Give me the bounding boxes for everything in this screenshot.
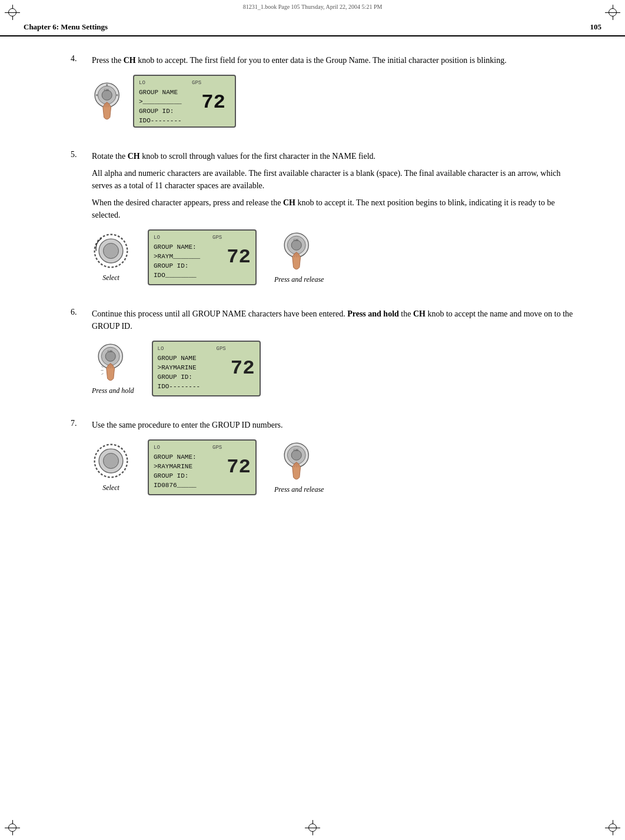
step5-text2: knob to scroll through values for the fi… — [140, 152, 375, 161]
press-release-label-2: Press and release — [274, 484, 324, 495]
lcd2-line4: IDO________ — [154, 271, 222, 281]
step6-illustration: CH Press and hold — [92, 341, 578, 396]
step5-select-knob: Select — [92, 232, 130, 283]
step6-text2: the — [399, 309, 413, 318]
lcd4-line1: GROUP NAME: — [154, 453, 222, 462]
lcd1-line2: >__________ — [139, 98, 201, 107]
lcd4-line3: GROUP ID: — [154, 472, 222, 481]
step-6-number: 6. — [71, 308, 92, 402]
lcd2-line1: GROUP NAME: — [154, 243, 222, 252]
lcd3-line4: IDO-------- — [158, 382, 226, 392]
page-number: 105 — [590, 22, 602, 32]
lcd-display-2: LO GPS GROUP NAME: >RAYM_______ GROUP ID… — [148, 229, 257, 285]
lcd1-lo: LO — [139, 79, 145, 87]
bottom-center-crosshair — [305, 820, 320, 835]
press-hand-icon: CH — [92, 81, 127, 122]
step5-bold2: CH — [283, 198, 295, 207]
step4-illustration: CH — [92, 75, 578, 128]
svg-point-6 — [106, 84, 108, 86]
svg-point-5 — [116, 94, 118, 96]
svg-line-18 — [101, 366, 103, 367]
step4-bold1: CH — [124, 56, 136, 65]
lcd2-big-num: 72 — [227, 247, 251, 267]
lcd3-line1: GROUP NAME — [158, 354, 226, 364]
step5-bold1: CH — [128, 152, 140, 161]
lcd3-line3: GROUP ID: — [158, 373, 226, 382]
step6-text1: Continue this process until all GROUP NA… — [92, 309, 347, 318]
step5-illustration: Select LO GPS GROUP NAME: >RAYM_______ — [92, 229, 578, 285]
press-release-label: Press and release — [274, 274, 324, 285]
chapter-title: Chapter 6: Menu Settings — [24, 22, 108, 32]
press-release-hand-icon: CH — [281, 231, 317, 272]
step6-press-hold-knob: CH Press and hold — [92, 342, 134, 396]
lcd4-gps: GPS — [212, 444, 222, 452]
step-5-number: 5. — [71, 150, 92, 291]
lcd2-gps: GPS — [212, 234, 222, 242]
step-6: 6. Continue this process until all GROUP… — [71, 308, 578, 402]
step-7-number: 7. — [71, 419, 92, 501]
step-4-text: Press the CH knob to accept. The first f… — [92, 54, 578, 134]
svg-text:CH: CH — [107, 349, 112, 352]
step-6-text: Continue this process until all GROUP NA… — [92, 308, 578, 402]
lcd2-line2: >RAYM_______ — [154, 252, 222, 262]
lcd3-line2: >RAYMARINE — [158, 364, 226, 373]
step7-select-knob: Select — [92, 442, 130, 493]
press-hold-label: Press and hold — [92, 385, 134, 396]
page-header: Chapter 6: Menu Settings 105 — [0, 18, 625, 36]
step-7: 7. Use the same procedure to enter the G… — [71, 419, 578, 501]
svg-text:CH: CH — [294, 448, 299, 451]
step6-bold2: CH — [413, 309, 425, 318]
lcd2-lo: LO — [154, 234, 160, 242]
step7-press-release-knob: CH Press and release — [274, 441, 324, 495]
corner-crosshair-br — [605, 820, 620, 835]
step-7-text: Use the same procedure to enter the GROU… — [92, 419, 578, 501]
svg-line-20 — [101, 373, 103, 374]
step4-press-knob: CH — [92, 81, 127, 122]
press-hold-hand-icon: CH — [95, 342, 131, 383]
lcd1-gps: GPS — [192, 79, 201, 87]
step5-press-release-knob: CH Press and release — [274, 231, 324, 285]
lcd-display-3: LO GPS GROUP NAME >RAYMARINE GROUP ID: I… — [152, 341, 261, 396]
select-ring-icon — [92, 232, 130, 270]
step4-text1: Press the — [92, 56, 124, 65]
step5-para3a: When the desired character appears, pres… — [92, 198, 283, 207]
svg-point-9 — [104, 244, 119, 259]
lcd3-lo: LO — [158, 345, 164, 353]
lcd-display-4: LO GPS GROUP NAME: >RAYMARINE GROUP ID: … — [148, 439, 257, 495]
step-5: 5. Rotate the CH knob to scroll through … — [71, 150, 578, 291]
lcd4-line4: ID0876_____ — [154, 481, 222, 491]
lcd4-big-num: 72 — [227, 457, 251, 477]
corner-crosshair-bl — [5, 820, 20, 835]
press-release-hand-icon-2: CH — [281, 441, 317, 482]
lcd1-big-num: 72 — [201, 92, 225, 112]
step6-bold1: Press and hold — [347, 309, 399, 318]
lcd4-lo: LO — [154, 444, 160, 452]
step5-para2: All alpha and numeric characters are ava… — [92, 167, 578, 192]
lcd3-big-num: 72 — [231, 358, 255, 378]
corner-crosshair-tl — [5, 5, 20, 20]
lcd2-line3: GROUP ID: — [154, 262, 222, 271]
svg-point-4 — [96, 94, 98, 96]
lcd1-line3: GROUP ID: — [139, 107, 201, 116]
step4-text2: knob to accept. The first field for you … — [136, 56, 507, 65]
step-4-number: 4. — [71, 54, 92, 134]
select-label: Select — [102, 272, 119, 283]
step7-para: Use the same procedure to enter the GROU… — [92, 419, 578, 431]
svg-point-23 — [104, 454, 119, 469]
step5-text1: Rotate the — [92, 152, 128, 161]
select-label-2: Select — [102, 482, 119, 493]
select-ring-icon-2 — [92, 442, 130, 480]
lcd1-line1: GROUP NAME — [139, 88, 201, 98]
main-content: 4. Press the CH knob to accept. The firs… — [0, 36, 625, 541]
svg-text:CH: CH — [294, 238, 299, 241]
svg-text:CH: CH — [104, 88, 109, 92]
step-4: 4. Press the CH knob to accept. The firs… — [71, 54, 578, 134]
corner-crosshair-tr — [605, 5, 620, 20]
lcd1-line4: IDO-------- — [139, 116, 201, 126]
step-5-text: Rotate the CH knob to scroll through val… — [92, 150, 578, 291]
lcd-display-1: LO GPS GROUP NAME >__________ GROUP ID: … — [133, 75, 236, 128]
book-print-note: 81231_1.book Page 105 Thursday, April 22… — [243, 4, 383, 10]
step7-illustration: Select LO GPS GROUP NAME: >RAYMARINE — [92, 439, 578, 495]
lcd3-gps: GPS — [217, 345, 226, 353]
lcd4-line2: >RAYMARINE — [154, 462, 222, 472]
